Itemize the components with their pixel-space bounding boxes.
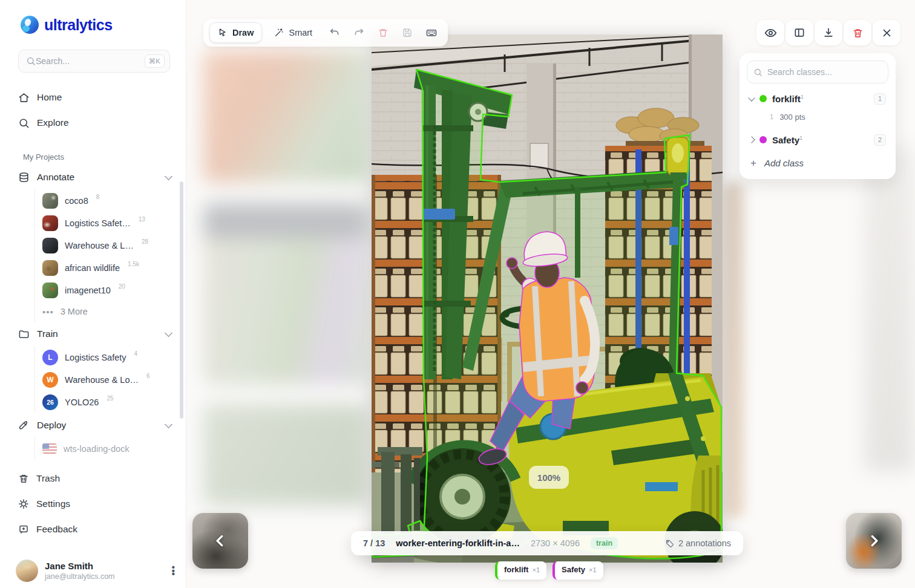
zoom-level: 100%	[537, 472, 560, 483]
train-item-logistics-safety[interactable]: L Logistics Safety 4	[42, 346, 171, 368]
class-color-dot	[759, 136, 767, 143]
logo[interactable]: ultralytics	[21, 16, 186, 34]
sidebar-item-settings[interactable]: Settings	[18, 491, 171, 517]
delete-annotation-button[interactable]	[373, 22, 393, 43]
annotation-instance-row[interactable]: 1 300 pts	[770, 109, 888, 125]
chevron-right-icon[interactable]	[748, 136, 755, 143]
class-hotkey: 1	[799, 134, 802, 141]
redo-button[interactable]	[349, 22, 369, 43]
save-button[interactable]	[397, 22, 418, 43]
next-image-button[interactable]	[846, 513, 902, 569]
show-more-projects[interactable]: ••• 3 More	[42, 301, 171, 322]
add-class-button[interactable]: + Add class	[747, 152, 888, 173]
model-count: 4	[134, 350, 138, 357]
project-thumbnail	[42, 193, 58, 209]
class-name: Safety1	[772, 134, 802, 145]
class-hotkey: 1	[801, 93, 804, 100]
model-name: Warehouse & Lo…	[65, 375, 139, 385]
image-status-bar: 7 / 13 worker-entering-forklift-in-a… 27…	[351, 531, 743, 555]
app-root: ultralytics ⌘K Home Explore My	[0, 0, 915, 588]
user-profile[interactable]: Jane Smith jane@ultralytics.com •••	[16, 560, 175, 582]
sidebar-nav: Home Explore	[0, 85, 186, 136]
class-search-input[interactable]	[767, 67, 882, 77]
class-row-safety[interactable]: Safety1 2	[747, 129, 888, 150]
project-thumbnail	[42, 238, 58, 253]
canvas-actions	[756, 20, 900, 45]
annotate-items: coco8 8 Logistics Safet… 13 Warehouse & …	[34, 189, 171, 322]
sidebar-item-explore[interactable]: Explore	[18, 110, 171, 136]
project-name: coco8	[65, 196, 88, 206]
download-button[interactable]	[815, 20, 842, 45]
trash-icon	[18, 473, 29, 484]
deploy-items: wts-loading-dock	[34, 437, 171, 460]
sidebar-search[interactable]: ⌘K	[18, 50, 170, 73]
search-icon	[26, 56, 36, 66]
chevron-down-icon	[165, 420, 172, 428]
sidebar-item-feedback[interactable]: Feedback	[18, 517, 171, 542]
nav-label: Trash	[36, 473, 60, 484]
class-name-text: Safety	[772, 135, 799, 145]
train-item-yolo26[interactable]: 26 YOLO26 25	[42, 391, 171, 413]
model-avatar: 26	[42, 394, 58, 410]
model-avatar: W	[42, 372, 58, 388]
sidebar-scrollbar[interactable]	[180, 181, 183, 419]
search-input[interactable]	[36, 56, 120, 66]
class-count-badge: 1	[874, 93, 886, 105]
instance-index: 1	[770, 113, 773, 120]
keyboard-shortcuts-button[interactable]	[421, 22, 442, 43]
project-item-coco8[interactable]: coco8 8	[42, 189, 171, 212]
train-items: L Logistics Safety 4 W Warehouse & Lo… 6…	[34, 346, 171, 413]
draw-tool-button[interactable]: Draw	[209, 22, 262, 43]
nav-label: Explore	[37, 117, 69, 128]
annotation-chip-safety[interactable]: Safety ×1	[553, 561, 603, 580]
toggle-panel-button[interactable]	[785, 20, 813, 45]
project-count: 8	[96, 194, 100, 200]
group-header-annotate[interactable]: Annotate	[18, 165, 171, 189]
tag-icon	[665, 539, 674, 548]
project-item-african-wildlife[interactable]: african wildlife 1.5k	[42, 256, 171, 279]
chip-label: forklift	[504, 565, 528, 574]
home-icon	[18, 92, 30, 103]
project-name: Logistics Safet…	[65, 218, 131, 228]
plus-icon: +	[750, 158, 756, 168]
group-header-deploy[interactable]: Deploy	[18, 413, 171, 437]
chevron-down-icon	[165, 172, 172, 180]
kebab-menu-icon[interactable]: •••	[171, 566, 175, 576]
sidebar-item-home[interactable]: Home	[18, 85, 171, 110]
previous-image-button[interactable]	[192, 513, 248, 569]
draw-label: Draw	[232, 28, 254, 38]
sidebar-item-trash[interactable]: Trash	[18, 466, 171, 491]
undo-button[interactable]	[324, 22, 345, 43]
instance-points: 300 pts	[779, 113, 805, 122]
project-item-warehouse[interactable]: Warehouse & L… 28	[42, 234, 171, 256]
group-header-train[interactable]: Train	[18, 322, 171, 346]
project-item-logistics-safety[interactable]: Logistics Safet… 13	[42, 212, 171, 234]
chevron-down-icon[interactable]	[748, 94, 755, 101]
toggle-visibility-button[interactable]	[756, 20, 784, 45]
ultralytics-logo-icon	[21, 16, 39, 34]
gear-icon	[18, 498, 29, 509]
annotation-chip-forklift[interactable]: forklift ×1	[495, 561, 546, 580]
search-shortcut: ⌘K	[145, 54, 165, 68]
smart-tool-button[interactable]: Smart	[266, 22, 321, 43]
ellipsis-icon: •••	[42, 307, 54, 317]
image-position: 7 / 13	[363, 538, 385, 548]
project-item-imagenet10[interactable]: imagenet10 20	[42, 279, 171, 301]
class-row-forklift[interactable]: forklift1 1	[747, 88, 888, 109]
delete-image-button[interactable]	[844, 20, 871, 45]
train-item-warehouse[interactable]: W Warehouse & Lo… 6	[42, 368, 171, 391]
magic-wand-icon	[274, 28, 284, 38]
close-button[interactable]	[873, 20, 900, 45]
avatar	[16, 560, 38, 582]
project-name: imagenet10	[65, 286, 111, 295]
model-avatar: L	[42, 350, 58, 365]
model-count: 6	[146, 373, 150, 379]
class-search[interactable]	[747, 60, 888, 83]
search-icon	[753, 68, 762, 77]
image-filename: worker-entering-forklift-in-a…	[396, 538, 520, 548]
chip-count: ×1	[589, 566, 597, 573]
model-name: YOLO26	[65, 397, 99, 407]
split-badge: train	[591, 537, 618, 549]
deploy-item-wts-loading-dock[interactable]: wts-loading-dock	[42, 437, 171, 460]
user-email: jane@ultralytics.com	[45, 572, 115, 581]
